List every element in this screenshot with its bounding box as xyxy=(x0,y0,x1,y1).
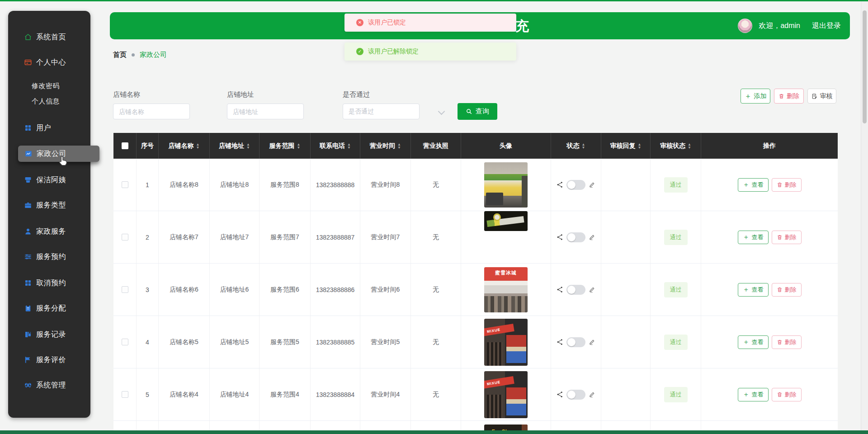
sidebar-item-13[interactable]: 服务评价 xyxy=(8,352,90,368)
share-icon[interactable] xyxy=(557,391,563,398)
logout-link[interactable]: 退出登录 xyxy=(812,21,841,31)
column-header-label: 审核回复 xyxy=(610,142,636,150)
cell-select xyxy=(113,264,137,316)
toast-success-message: 该用户已解除锁定 xyxy=(368,47,419,56)
cell-status xyxy=(551,211,601,263)
sidebar-item-11[interactable]: 服务分配 xyxy=(8,300,90,316)
sort-arrows-icon[interactable]: ▲▼ xyxy=(397,143,401,149)
share-icon[interactable] xyxy=(557,339,563,345)
cell-text: 营业时间6 xyxy=(371,286,400,294)
column-header-name[interactable]: 店铺名称▲▼ xyxy=(159,133,210,159)
status-toggle[interactable] xyxy=(566,180,585,190)
row-delete-button[interactable]: 删除 xyxy=(772,283,802,297)
cell-text: 无 xyxy=(433,181,439,189)
cell-hours: 营业时间7 xyxy=(360,211,411,263)
cell-text: 13823888885 xyxy=(316,339,355,346)
sidebar-item-6[interactable]: 保洁阿姨 xyxy=(8,172,90,188)
row-delete-button[interactable]: 删除 xyxy=(772,335,802,349)
row-view-button[interactable]: ＋查看 xyxy=(738,231,769,244)
pencil-icon[interactable] xyxy=(589,286,595,293)
add-button[interactable]: ＋ 添加 xyxy=(741,89,770,104)
status-toggle[interactable] xyxy=(566,390,585,400)
shop-name-input[interactable] xyxy=(113,104,190,119)
column-header-address[interactable]: 店铺地址▲▼ xyxy=(210,133,259,159)
sidebar-item-0[interactable]: 系统首页 xyxy=(8,29,90,45)
sidebar-item-9[interactable]: 服务预约 xyxy=(8,249,90,265)
pencil-icon[interactable] xyxy=(589,234,595,241)
sort-arrows-icon[interactable]: ▲▼ xyxy=(638,143,642,149)
sort-arrows-icon[interactable]: ▲▼ xyxy=(246,143,250,149)
sidebar-item-8[interactable]: 家政服务 xyxy=(8,223,90,240)
cell-scope: 服务范围7 xyxy=(259,211,311,263)
sort-arrows-icon[interactable]: ▲▼ xyxy=(297,143,301,149)
sidebar-item-4[interactable]: 用户 xyxy=(8,120,90,136)
cell-avatar: MIXUE xyxy=(461,316,551,368)
sidebar-item-12[interactable]: 服务记录 xyxy=(8,326,90,343)
is-passed-select[interactable]: 是否通过 xyxy=(343,104,420,119)
status-toggle[interactable] xyxy=(566,337,585,347)
scrollbar-thumb[interactable] xyxy=(863,10,867,123)
share-icon[interactable] xyxy=(557,234,563,241)
cell-hours: 营业时间8 xyxy=(360,159,411,211)
cell-text: 4 xyxy=(146,339,149,346)
column-header-audit[interactable]: 审核状态▲▼ xyxy=(651,133,701,159)
row-checkbox[interactable] xyxy=(122,286,128,293)
sort-arrows-icon[interactable]: ▲▼ xyxy=(347,143,351,149)
sort-arrows-icon[interactable]: ▲▼ xyxy=(688,143,691,149)
cell-text: 无 xyxy=(433,286,439,294)
cell-status xyxy=(551,368,601,420)
audit-button[interactable]: 审核 xyxy=(807,89,836,104)
column-header-hours[interactable]: 营业时间▲▼ xyxy=(360,133,411,159)
cell-text: 13823888886 xyxy=(316,286,355,293)
cell-text: 营业时间7 xyxy=(371,233,400,241)
search-button[interactable]: 查询 xyxy=(458,103,497,120)
row-delete-button[interactable]: 删除 xyxy=(772,388,802,401)
cell-text: 店铺地址8 xyxy=(220,181,249,189)
cell-reply xyxy=(601,316,651,368)
row-view-button[interactable]: ＋查看 xyxy=(738,283,769,297)
row-checkbox[interactable] xyxy=(122,391,128,398)
row-view-button[interactable]: ＋查看 xyxy=(738,388,769,401)
sidebar-item-2[interactable]: 修改密码 xyxy=(8,78,90,94)
shop-address-input[interactable] xyxy=(227,104,304,119)
sidebar-item-label: 修改密码 xyxy=(32,82,60,90)
toast-error-message: 该用户已锁定 xyxy=(368,19,406,27)
column-header-phone[interactable]: 联系电话▲▼ xyxy=(311,133,360,159)
column-header-status[interactable]: 状态▲▼ xyxy=(551,133,601,159)
row-view-button[interactable]: ＋查看 xyxy=(738,178,769,192)
cell-avatar: 蜜雪冰城 xyxy=(461,264,551,316)
pencil-icon[interactable] xyxy=(589,181,595,188)
row-delete-button[interactable]: 删除 xyxy=(772,178,802,192)
cell-text: 3 xyxy=(146,286,149,293)
row-checkbox[interactable] xyxy=(122,181,128,188)
sidebar-item-3[interactable]: 个人信息 xyxy=(8,93,90,109)
row-delete-button[interactable]: 删除 xyxy=(772,231,802,244)
store-photo xyxy=(484,162,528,208)
status-toggle[interactable] xyxy=(566,285,585,295)
sidebar-item-10[interactable]: 取消预约 xyxy=(8,275,90,291)
share-icon[interactable] xyxy=(557,286,563,293)
delete-button[interactable]: 删除 xyxy=(774,89,804,104)
breadcrumb-home[interactable]: 首页 xyxy=(113,51,127,59)
pencil-icon[interactable] xyxy=(589,339,595,345)
select-all-checkbox[interactable] xyxy=(122,142,128,149)
cell-status xyxy=(551,159,601,211)
sort-arrows-icon[interactable]: ▲▼ xyxy=(196,143,200,149)
cell-actions: ＋查看删除 xyxy=(701,264,838,316)
sidebar-item-7[interactable]: 服务类型 xyxy=(8,197,90,213)
sidebar-item-1[interactable]: 个人中心 xyxy=(8,54,90,71)
sort-arrows-icon[interactable]: ▲▼ xyxy=(582,143,585,149)
status-toggle[interactable] xyxy=(566,232,585,242)
pencil-icon[interactable] xyxy=(589,391,595,398)
cell-index: 1 xyxy=(137,159,159,211)
chevron-down-icon[interactable] xyxy=(438,108,445,115)
row-checkbox[interactable] xyxy=(122,339,128,345)
column-header-scope[interactable]: 服务范围▲▼ xyxy=(259,133,311,159)
column-header-reply[interactable]: 审核回复▲▼ xyxy=(601,133,651,159)
share-icon[interactable] xyxy=(557,181,563,188)
row-checkbox[interactable] xyxy=(122,234,128,241)
sidebar-item-14[interactable]: 系统管理 xyxy=(8,377,90,393)
cell-text: 服务范围6 xyxy=(270,286,299,294)
row-view-button[interactable]: ＋查看 xyxy=(738,335,769,349)
plus-icon: ＋ xyxy=(745,93,752,99)
